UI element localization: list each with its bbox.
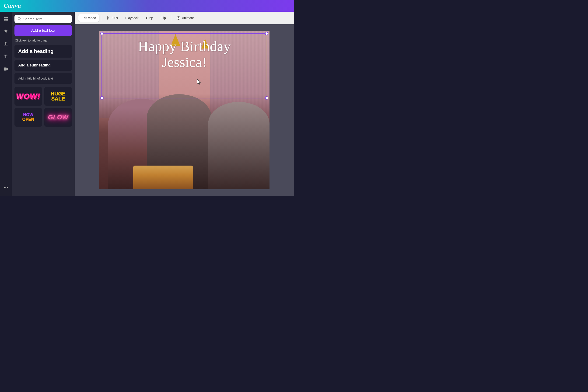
toolbar-divider-2 [171,15,171,21]
svg-point-6 [5,187,6,188]
flip-button[interactable]: Flip [157,14,169,22]
sidebar-item-text[interactable] [2,52,10,61]
sidebar-item-templates[interactable] [2,14,10,23]
canvas-viewport[interactable]: Happy Birthday Jessica! [75,24,294,196]
now-open-style-item[interactable]: NOW OPEN [15,108,42,126]
selection-handle-tr[interactable] [265,32,268,35]
canvas-area: Edit video 3.0s Playback Crop Flip [75,12,294,196]
birthday-text: Happy Birthday Jessica! [102,38,267,70]
canvas-toolbar: Edit video 3.0s Playback Crop Flip [75,12,294,24]
animate-button[interactable]: Animate [173,14,197,22]
crop-button[interactable]: Crop [143,14,156,22]
glow-text: GLOW [48,114,68,121]
heading-style-item[interactable]: Add a heading [15,45,72,58]
birthday-text-selection[interactable]: Happy Birthday Jessica! [102,33,267,98]
selection-handle-tl[interactable] [100,32,104,35]
search-icon [17,17,22,21]
selection-handle-bl[interactable] [100,96,104,100]
subheading-label: Add a subheading [18,63,51,67]
glow-style-item[interactable]: GLOW [44,108,72,126]
selection-handle-br[interactable] [265,96,268,100]
main-layout: Add a text box Click text to add to page… [0,12,294,196]
birthday-line2: Jessica! [162,54,207,70]
search-box-container [15,15,72,23]
person-3 [208,102,270,189]
canvas-content: Happy Birthday Jessica! [99,31,270,189]
huge-sale-text: HUGE SALE [51,91,66,102]
heading-label: Add a heading [18,48,54,54]
svg-line-11 [109,18,110,19]
body-label: Add a little bit of body text [18,77,53,80]
sidebar-item-video[interactable] [2,65,10,73]
sidebar-item-uploads[interactable] [2,40,10,48]
huge-sale-style-item[interactable]: HUGE SALE [44,87,72,106]
now-open-text: NOW OPEN [22,113,34,122]
body-style-item[interactable]: Add a little bit of body text [15,73,72,84]
svg-point-7 [7,187,8,188]
wow-text: WOW! [16,92,40,101]
text-panel: Add a text box Click text to add to page… [12,12,75,196]
sidebar-item-more[interactable] [2,185,10,193]
canvas-image: Happy Birthday Jessica! [99,31,270,189]
wow-style-item[interactable]: WOW! [15,87,42,106]
edit-video-button[interactable]: Edit video [78,14,99,22]
svg-point-8 [107,16,108,18]
svg-rect-4 [4,68,7,71]
subheading-style-item[interactable]: Add a subheading [15,60,72,71]
toolbar-divider-1 [101,15,101,21]
cake-area [133,166,193,189]
svg-line-12 [108,17,109,18]
search-input[interactable] [23,17,69,21]
svg-point-5 [4,187,5,188]
people-area [99,94,270,189]
birthday-line1: Happy Birthday [138,38,231,54]
svg-point-9 [107,18,108,19]
duration-label: 3.0s [112,16,118,20]
svg-rect-2 [4,19,6,20]
svg-rect-3 [6,19,8,20]
style-samples-grid: WOW! HUGE SALE NOW OPEN GLOW [15,87,72,126]
add-textbox-button[interactable]: Add a text box [15,25,72,36]
scissors-icon[interactable]: 3.0s [103,14,121,22]
svg-rect-1 [6,17,8,18]
sidebar-item-elements[interactable] [2,27,10,36]
click-hint-label: Click text to add to page [15,38,72,43]
top-bar: Canva [0,0,294,12]
icon-sidebar [0,12,12,196]
animate-label: Animate [182,16,194,20]
playback-button[interactable]: Playback [122,14,142,22]
canva-logo: Canva [4,2,21,9]
svg-rect-0 [4,17,6,18]
